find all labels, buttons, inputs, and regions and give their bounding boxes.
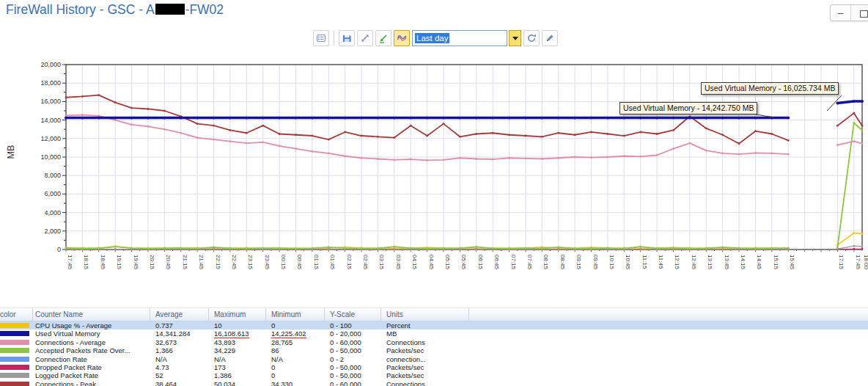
svg-text:11:15: 11:15 xyxy=(641,255,648,269)
table-row[interactable]: Accepted Packets Rate Over...1,36634,229… xyxy=(0,346,868,354)
units-cell: MB xyxy=(381,329,469,338)
svg-text:02:45: 02:45 xyxy=(362,255,369,270)
y-scale-cell: 0 - 50,000 xyxy=(325,363,381,371)
svg-text:15:15: 15:15 xyxy=(773,255,779,270)
color-cell xyxy=(0,321,33,329)
counter-name-cell: CPU Usage % - Average xyxy=(33,321,150,329)
color-cell xyxy=(0,363,33,371)
series-color-swatch xyxy=(0,331,29,336)
units-cell: Percent xyxy=(381,321,469,329)
svg-text:21:15: 21:15 xyxy=(182,255,188,270)
y-scale-cell: 0 - 50,000 xyxy=(325,371,381,379)
column-header[interactable]: Maximum xyxy=(209,308,266,321)
minimum-cell: 34,330 xyxy=(266,380,325,386)
maximum-cell: 50,034 xyxy=(209,380,266,386)
y-scale-cell: 0 - 100 xyxy=(325,321,381,329)
svg-text:12:15: 12:15 xyxy=(674,255,680,270)
average-cell: 4.73 xyxy=(150,363,209,371)
chart-canvas[interactable]: 02,0004,0006,0008,00010,00012,00014,0001… xyxy=(0,0,868,302)
svg-text:15:45: 15:45 xyxy=(789,255,795,270)
column-header[interactable]: color xyxy=(0,308,33,321)
counter-name-cell: Accepted Packets Rate Over... xyxy=(33,346,150,354)
y-scale-cell: 0 - 20,000 xyxy=(325,329,381,338)
average-cell: 14,341.284 xyxy=(150,329,209,338)
counters-table-header: colorCounter NameAverageMaximumMinimumY-… xyxy=(0,307,868,321)
svg-text:05:45: 05:45 xyxy=(460,255,467,270)
svg-text:01:45: 01:45 xyxy=(329,255,336,270)
table-row[interactable]: Used Virtual Memory14,341.28416,108.6131… xyxy=(0,329,868,338)
column-header[interactable]: Y-Scale xyxy=(325,308,381,321)
svg-text:13:15: 13:15 xyxy=(707,255,713,270)
svg-text:23:45: 23:45 xyxy=(264,255,271,270)
svg-text:12:45: 12:45 xyxy=(691,255,697,270)
svg-text:18:15: 18:15 xyxy=(83,255,89,270)
svg-text:07:15: 07:15 xyxy=(510,255,517,270)
table-row[interactable]: CPU Usage % - Average0.7371000 - 100Perc… xyxy=(0,321,868,329)
svg-text:19:15: 19:15 xyxy=(116,255,122,270)
maximum-cell: 1,386 xyxy=(209,371,266,379)
svg-text:18,000: 18,000 xyxy=(40,79,61,87)
series-color-swatch xyxy=(0,373,29,378)
svg-text:23:15: 23:15 xyxy=(247,255,254,270)
series-color-swatch xyxy=(0,348,29,353)
color-cell xyxy=(0,329,33,338)
units-cell: connection... xyxy=(381,355,469,363)
maximum-cell: N/A xyxy=(209,355,266,363)
svg-text:22:45: 22:45 xyxy=(231,255,238,270)
svg-text:16,000: 16,000 xyxy=(40,98,61,105)
table-row[interactable]: Dropped Packet Rate4.7317300 - 50,000Pac… xyxy=(0,363,868,371)
svg-text:18:00: 18:00 xyxy=(863,255,868,270)
svg-text:2,000: 2,000 xyxy=(44,227,61,235)
column-header-filler xyxy=(469,308,868,321)
svg-text:14,000: 14,000 xyxy=(40,117,61,124)
series-color-swatch xyxy=(0,340,29,345)
counter-name-cell: Connections - Peak xyxy=(33,380,150,386)
svg-text:13:45: 13:45 xyxy=(724,255,730,270)
table-row[interactable]: Connections - Peak38,46450,03434,3300 - … xyxy=(0,380,868,386)
svg-text:17:45: 17:45 xyxy=(855,255,861,270)
column-header[interactable]: Average xyxy=(150,308,209,321)
svg-text:18:45: 18:45 xyxy=(100,255,106,270)
minimum-cell: 0 xyxy=(266,371,325,379)
svg-text:09:15: 09:15 xyxy=(575,255,582,270)
svg-text:17:45: 17:45 xyxy=(67,255,73,270)
series-color-swatch xyxy=(0,323,29,328)
counters-table: colorCounter NameAverageMaximumMinimumY-… xyxy=(0,307,868,386)
units-cell: Connections xyxy=(381,380,469,386)
minimum-cell: 0 xyxy=(266,363,325,371)
table-row[interactable]: Connections - Average32,67343,89328,7650… xyxy=(0,338,868,346)
series-color-swatch xyxy=(0,357,29,362)
svg-text:8,000: 8,000 xyxy=(44,172,61,179)
color-cell xyxy=(0,371,33,379)
units-cell: Connections xyxy=(381,338,469,346)
svg-text:17:15: 17:15 xyxy=(838,255,845,270)
average-cell: 32,673 xyxy=(150,338,209,346)
table-row[interactable]: Connection RateN/AN/AN/A0 - 2connection.… xyxy=(0,355,868,363)
column-header[interactable]: Counter Name xyxy=(33,308,150,321)
color-cell xyxy=(0,346,33,354)
column-header[interactable]: Minimum xyxy=(266,308,325,321)
units-cell: Packets/sec xyxy=(381,371,469,379)
counter-name-cell: Logged Packet Rate xyxy=(33,371,150,379)
svg-text:20:45: 20:45 xyxy=(165,255,172,270)
app-window: { "window": { "title_prefix": "FireWall … xyxy=(0,0,868,386)
svg-text:04:45: 04:45 xyxy=(428,255,435,270)
svg-text:08:45: 08:45 xyxy=(559,255,566,270)
svg-text:4,000: 4,000 xyxy=(44,209,61,216)
column-header[interactable]: Units xyxy=(381,308,469,321)
counters-table-body: CPU Usage % - Average0.7371000 - 100Perc… xyxy=(0,321,868,386)
svg-text:10:15: 10:15 xyxy=(608,255,615,270)
svg-text:20:15: 20:15 xyxy=(149,255,155,270)
svg-text:00:45: 00:45 xyxy=(296,255,303,270)
svg-text:12,000: 12,000 xyxy=(40,135,61,142)
svg-text:0: 0 xyxy=(57,246,61,253)
svg-text:14:45: 14:45 xyxy=(756,255,762,270)
minimum-cell: 28,765 xyxy=(266,338,325,346)
table-row[interactable]: Logged Packet Rate521,38600 - 50,000Pack… xyxy=(0,371,868,379)
svg-text:10,000: 10,000 xyxy=(40,153,61,161)
svg-text:11:45: 11:45 xyxy=(658,255,664,269)
y-scale-cell: 0 - 2 xyxy=(325,355,381,363)
series-color-swatch xyxy=(0,382,29,386)
svg-text:10:45: 10:45 xyxy=(625,255,631,270)
average-cell: 38,464 xyxy=(150,380,209,386)
